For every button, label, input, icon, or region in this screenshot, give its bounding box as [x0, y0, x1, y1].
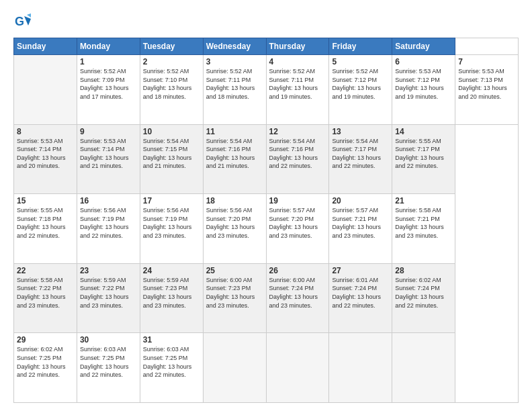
calendar-cell: 8Sunrise: 5:53 AM Sunset: 7:14 PM Daylig… [14, 124, 77, 194]
day-number: 20 [332, 196, 389, 205]
day-number: 15 [17, 196, 74, 205]
day-info: Sunrise: 6:03 AM Sunset: 7:25 PM Dayligh… [143, 345, 200, 379]
day-info: Sunrise: 5:56 AM Sunset: 7:19 PM Dayligh… [80, 206, 137, 240]
calendar-cell: 24Sunrise: 5:59 AM Sunset: 7:23 PM Dayli… [140, 263, 203, 333]
calendar-cell: 31Sunrise: 6:03 AM Sunset: 7:25 PM Dayli… [140, 333, 203, 403]
calendar-cell: 26Sunrise: 6:00 AM Sunset: 7:24 PM Dayli… [266, 263, 329, 333]
logo: G [13, 12, 35, 31]
week-row-5: 29Sunrise: 6:02 AM Sunset: 7:25 PM Dayli… [14, 333, 519, 403]
day-info: Sunrise: 5:55 AM Sunset: 7:18 PM Dayligh… [17, 206, 74, 240]
day-number: 6 [395, 57, 452, 66]
week-row-4: 22Sunrise: 5:58 AM Sunset: 7:22 PM Dayli… [14, 263, 519, 333]
calendar-cell: 1Sunrise: 5:52 AM Sunset: 7:09 PM Daylig… [77, 55, 140, 125]
col-header-saturday: Saturday [392, 38, 455, 55]
calendar-cell: 19Sunrise: 5:57 AM Sunset: 7:20 PM Dayli… [266, 194, 329, 264]
day-number: 5 [332, 57, 389, 66]
day-number: 27 [332, 266, 389, 275]
day-number: 2 [143, 57, 200, 66]
calendar-cell: 22Sunrise: 5:58 AM Sunset: 7:22 PM Dayli… [14, 263, 77, 333]
calendar-cell: 23Sunrise: 5:59 AM Sunset: 7:22 PM Dayli… [77, 263, 140, 333]
logo-icon: G [13, 12, 32, 31]
day-number: 14 [395, 127, 452, 136]
calendar-cell: 6Sunrise: 5:53 AM Sunset: 7:12 PM Daylig… [392, 55, 455, 125]
day-number: 11 [206, 127, 263, 136]
day-info: Sunrise: 5:59 AM Sunset: 7:22 PM Dayligh… [80, 276, 137, 310]
col-header-friday: Friday [329, 38, 392, 55]
col-header-sunday: Sunday [14, 38, 77, 55]
day-number: 3 [206, 57, 263, 66]
col-header-monday: Monday [77, 38, 140, 55]
calendar-cell: 9Sunrise: 5:53 AM Sunset: 7:14 PM Daylig… [77, 124, 140, 194]
calendar-cell: 25Sunrise: 6:00 AM Sunset: 7:23 PM Dayli… [203, 263, 266, 333]
calendar-cell: 5Sunrise: 5:52 AM Sunset: 7:12 PM Daylig… [329, 55, 392, 125]
day-number: 22 [17, 266, 74, 275]
calendar-cell: 15Sunrise: 5:55 AM Sunset: 7:18 PM Dayli… [14, 194, 77, 264]
col-header-thursday: Thursday [266, 38, 329, 55]
calendar-cell: 30Sunrise: 6:03 AM Sunset: 7:25 PM Dayli… [77, 333, 140, 403]
day-number: 31 [143, 335, 200, 345]
calendar-cell: 11Sunrise: 5:54 AM Sunset: 7:16 PM Dayli… [203, 124, 266, 194]
day-number: 8 [17, 127, 74, 136]
calendar-cell [392, 333, 455, 403]
calendar-cell: 29Sunrise: 6:02 AM Sunset: 7:25 PM Dayli… [14, 333, 77, 403]
week-row-3: 15Sunrise: 5:55 AM Sunset: 7:18 PM Dayli… [14, 194, 519, 264]
col-header-tuesday: Tuesday [140, 38, 203, 55]
day-info: Sunrise: 5:53 AM Sunset: 7:12 PM Dayligh… [395, 67, 452, 101]
day-info: Sunrise: 5:54 AM Sunset: 7:15 PM Dayligh… [143, 137, 200, 171]
day-number: 30 [80, 335, 137, 345]
calendar-cell: 16Sunrise: 5:56 AM Sunset: 7:19 PM Dayli… [77, 194, 140, 264]
day-info: Sunrise: 5:56 AM Sunset: 7:19 PM Dayligh… [143, 206, 200, 240]
calendar-cell [203, 333, 266, 403]
calendar-cell: 7Sunrise: 5:53 AM Sunset: 7:13 PM Daylig… [455, 55, 519, 125]
week-row-2: 8Sunrise: 5:53 AM Sunset: 7:14 PM Daylig… [14, 124, 519, 194]
day-number: 19 [269, 196, 326, 205]
calendar-cell: 18Sunrise: 5:56 AM Sunset: 7:20 PM Dayli… [203, 194, 266, 264]
day-info: Sunrise: 5:55 AM Sunset: 7:17 PM Dayligh… [395, 137, 452, 171]
day-info: Sunrise: 5:58 AM Sunset: 7:21 PM Dayligh… [395, 206, 452, 240]
day-number: 1 [80, 57, 137, 66]
day-number: 21 [395, 196, 452, 205]
page: G SundayMondayTuesdayWednesdayThursdayFr… [0, 0, 532, 411]
calendar-cell: 3Sunrise: 5:52 AM Sunset: 7:11 PM Daylig… [203, 55, 266, 125]
calendar-cell: 28Sunrise: 6:02 AM Sunset: 7:24 PM Dayli… [392, 263, 455, 333]
calendar-cell [329, 333, 392, 403]
day-info: Sunrise: 5:53 AM Sunset: 7:14 PM Dayligh… [80, 137, 137, 171]
day-number: 4 [269, 57, 326, 66]
week-row-1: 1Sunrise: 5:52 AM Sunset: 7:09 PM Daylig… [14, 55, 519, 125]
day-info: Sunrise: 5:52 AM Sunset: 7:10 PM Dayligh… [143, 67, 200, 101]
day-info: Sunrise: 5:56 AM Sunset: 7:20 PM Dayligh… [206, 206, 263, 240]
day-info: Sunrise: 6:00 AM Sunset: 7:23 PM Dayligh… [206, 276, 263, 310]
day-number: 7 [458, 57, 515, 66]
day-info: Sunrise: 5:58 AM Sunset: 7:22 PM Dayligh… [17, 276, 74, 310]
day-number: 13 [332, 127, 389, 136]
calendar-table: SundayMondayTuesdayWednesdayThursdayFrid… [13, 38, 519, 403]
calendar-cell: 14Sunrise: 5:55 AM Sunset: 7:17 PM Dayli… [392, 124, 455, 194]
day-number: 25 [206, 266, 263, 275]
day-info: Sunrise: 5:57 AM Sunset: 7:20 PM Dayligh… [269, 206, 326, 240]
header: G [13, 12, 519, 31]
calendar-cell: 21Sunrise: 5:58 AM Sunset: 7:21 PM Dayli… [392, 194, 455, 264]
col-header-wednesday: Wednesday [203, 38, 266, 55]
calendar-cell: 4Sunrise: 5:52 AM Sunset: 7:11 PM Daylig… [266, 55, 329, 125]
calendar-cell: 27Sunrise: 6:01 AM Sunset: 7:24 PM Dayli… [329, 263, 392, 333]
day-number: 12 [269, 127, 326, 136]
day-number: 18 [206, 196, 263, 205]
calendar-cell: 17Sunrise: 5:56 AM Sunset: 7:19 PM Dayli… [140, 194, 203, 264]
header-row: SundayMondayTuesdayWednesdayThursdayFrid… [14, 38, 519, 55]
calendar-cell: 2Sunrise: 5:52 AM Sunset: 7:10 PM Daylig… [140, 55, 203, 125]
day-info: Sunrise: 5:57 AM Sunset: 7:21 PM Dayligh… [332, 206, 389, 240]
day-info: Sunrise: 5:52 AM Sunset: 7:12 PM Dayligh… [332, 67, 389, 101]
day-info: Sunrise: 5:54 AM Sunset: 7:17 PM Dayligh… [332, 137, 389, 171]
day-number: 9 [80, 127, 137, 136]
day-info: Sunrise: 5:54 AM Sunset: 7:16 PM Dayligh… [269, 137, 326, 171]
day-number: 26 [269, 266, 326, 275]
day-info: Sunrise: 6:02 AM Sunset: 7:24 PM Dayligh… [395, 276, 452, 310]
day-info: Sunrise: 5:59 AM Sunset: 7:23 PM Dayligh… [143, 276, 200, 310]
day-number: 16 [80, 196, 137, 205]
calendar-cell: 12Sunrise: 5:54 AM Sunset: 7:16 PM Dayli… [266, 124, 329, 194]
day-number: 24 [143, 266, 200, 275]
day-info: Sunrise: 5:54 AM Sunset: 7:16 PM Dayligh… [206, 137, 263, 171]
day-number: 10 [143, 127, 200, 136]
svg-marker-1 [24, 16, 31, 26]
day-info: Sunrise: 5:52 AM Sunset: 7:09 PM Dayligh… [80, 67, 137, 101]
